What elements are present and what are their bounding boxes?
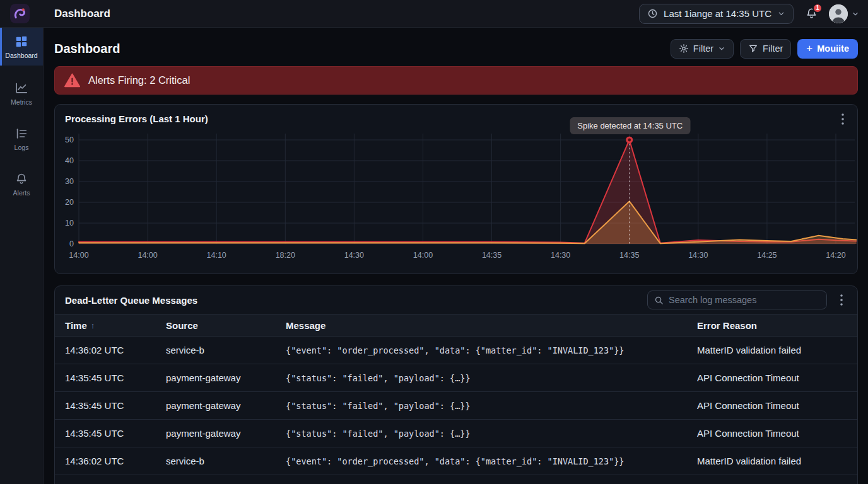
sidebar-item-logs[interactable]: Logs	[0, 121, 43, 156]
error-reason-cell: API Connection Timeout	[697, 428, 847, 439]
message-cell: {"status": "failed", "payload": {…}}	[286, 373, 697, 383]
list-icon	[15, 127, 28, 141]
svg-text:14:30: 14:30	[551, 251, 570, 260]
chart-panel: Processing Errors (Last 1 Hour) 14:0014:…	[54, 104, 858, 274]
column-header-source[interactable]: Source	[166, 320, 286, 331]
column-header-error-reason[interactable]: Error Reason	[697, 320, 847, 331]
time-range-selector[interactable]: Last 1iange at 14:35 UTC	[639, 4, 794, 24]
source-cell: payment-gateway	[166, 428, 286, 439]
time-cell: 14:36:02 UTC	[65, 456, 166, 466]
message-cell: {"status": "failed", "payload": {…}}	[286, 429, 697, 439]
avatar	[829, 4, 848, 23]
svg-text:10: 10	[65, 219, 74, 228]
svg-text:14:30: 14:30	[344, 251, 364, 260]
error-reason-cell: MatterID validation failed	[697, 456, 847, 466]
table-menu-kebab-icon[interactable]	[835, 293, 848, 307]
create-monitor-label: Mouiite	[817, 43, 849, 54]
time-cell: 14:36:02 UTC	[65, 345, 166, 355]
svg-text:14:20: 14:20	[826, 251, 845, 260]
svg-text:14:10: 14:10	[207, 251, 226, 260]
line-chart-icon	[15, 81, 28, 95]
svg-text:0: 0	[69, 239, 74, 248]
search-input[interactable]	[669, 295, 820, 305]
source-cell: payment-gateway	[166, 372, 286, 383]
chart-tooltip: Spike detected at 14:35 UTC	[570, 117, 690, 134]
sidebar-item-label: Logs	[15, 144, 29, 151]
notification-badge: 1	[812, 3, 823, 13]
table-row[interactable]: 14:35:45 UTCpayment-gateway{"status": "f…	[55, 364, 857, 392]
log-search	[647, 291, 827, 309]
column-header-time[interactable]: Time ↑	[65, 320, 166, 331]
svg-text:18:20: 18:20	[276, 251, 295, 260]
dead-letter-queue-panel: Dead-Letter Queue Messages Time ↑ Source…	[54, 285, 858, 484]
table-header-row: Time ↑ Source Message Error Reason	[55, 314, 857, 337]
table-row[interactable]: 14:36:02 UTCpayment-gateway{"event": "or…	[55, 475, 857, 484]
error-reason-cell: MatterID validation failed	[697, 345, 847, 355]
app-logo[interactable]	[10, 4, 30, 23]
sidebar: Dashboard Metrics Logs Alerts	[0, 28, 44, 484]
sidebar-item-alerts[interactable]: Alerts	[0, 166, 43, 202]
chevron-down-icon	[777, 9, 785, 18]
source-cell: service-b	[166, 345, 286, 355]
filter-button[interactable]: Filter	[740, 39, 791, 59]
source-cell: service-b	[166, 456, 286, 466]
clock-icon	[647, 8, 658, 19]
svg-text:14:35: 14:35	[482, 251, 501, 260]
error-reason-cell: API Connection Timeout	[697, 372, 847, 383]
column-header-message[interactable]: Message	[286, 320, 697, 331]
svg-text:14:30: 14:30	[688, 251, 708, 260]
main-content: Dashboard Filter	[44, 28, 868, 484]
sidebar-item-label: Dashboard	[5, 52, 37, 59]
svg-text:14:00: 14:00	[69, 251, 88, 260]
app-title: Dashboard	[54, 8, 110, 20]
chevron-down-icon	[718, 45, 725, 52]
chart-menu-kebab-icon[interactable]	[836, 112, 850, 126]
funnel-icon	[748, 43, 758, 54]
warning-triangle-icon	[64, 73, 80, 88]
time-cell: 14:35:45 UTC	[65, 428, 166, 439]
grid-icon	[15, 35, 28, 49]
gear-icon	[679, 43, 689, 54]
error-reason-cell: API Connection Timeout	[697, 400, 847, 411]
chart-title: Processing Errors (Last 1 Hour)	[65, 113, 208, 124]
svg-text:40: 40	[65, 156, 74, 165]
table-row[interactable]: 14:35:45 UTCpayment-gateway{"status": "f…	[55, 420, 857, 447]
table-body: 14:36:02 UTCservice-b{"event": "order_pr…	[55, 337, 857, 484]
sidebar-item-dashboard[interactable]: Dashboard	[0, 28, 43, 66]
top-bar: Dashboard Last 1iange at 14:35 UTC 1	[0, 0, 868, 28]
create-monitor-button[interactable]: + Mouiite	[797, 39, 858, 59]
table-title: Dead-Letter Queue Messages	[65, 295, 197, 306]
notifications-button[interactable]: 1	[804, 6, 819, 21]
search-icon	[654, 296, 664, 305]
time-range-label: Last 1iange at 14:35 UTC	[664, 8, 771, 19]
svg-text:14:35: 14:35	[619, 251, 639, 260]
svg-text:14:00: 14:00	[413, 251, 433, 260]
sidebar-item-metrics[interactable]: Metrics	[0, 76, 43, 111]
message-cell: {"event": "order_processed", "data": {"m…	[286, 456, 697, 466]
chart-canvas: 14:0014:0014:1018:2014:3014:0014:3514:30…	[55, 129, 857, 270]
svg-text:50: 50	[65, 135, 74, 144]
page-title: Dashboard	[54, 42, 120, 56]
svg-text:14:00: 14:00	[138, 251, 157, 260]
sidebar-item-label: Alerts	[13, 189, 30, 197]
svg-text:30: 30	[65, 177, 74, 186]
plus-icon: +	[806, 43, 812, 54]
chevron-down-icon	[852, 10, 859, 18]
table-row[interactable]: 14:36:02 UTCservice-b{"event": "order_pr…	[55, 447, 857, 475]
svg-text:14:25: 14:25	[757, 251, 777, 260]
source-cell: payment-gateway	[166, 400, 286, 411]
alert-banner: Alerts Firing: 2 Critical	[54, 66, 858, 95]
sidebar-item-label: Metrics	[11, 98, 32, 106]
filter-label: Filter	[763, 43, 783, 54]
svg-text:20: 20	[65, 198, 74, 207]
bell-icon	[15, 172, 28, 186]
table-row[interactable]: 14:36:02 UTCservice-b{"event": "order_pr…	[55, 337, 857, 364]
message-cell: {"event": "order_processed", "data": {"m…	[286, 345, 697, 355]
time-cell: 14:35:45 UTC	[65, 400, 166, 411]
filter-settings-button[interactable]: Filter	[671, 39, 734, 59]
table-row[interactable]: 14:35:45 UTCpayment-gateway{"status": "f…	[55, 392, 857, 420]
filter-settings-label: Filter	[693, 43, 713, 54]
time-cell: 14:35:45 UTC	[65, 372, 166, 383]
user-menu-button[interactable]	[829, 4, 859, 23]
alert-banner-text: Alerts Firing: 2 Critical	[88, 74, 190, 86]
